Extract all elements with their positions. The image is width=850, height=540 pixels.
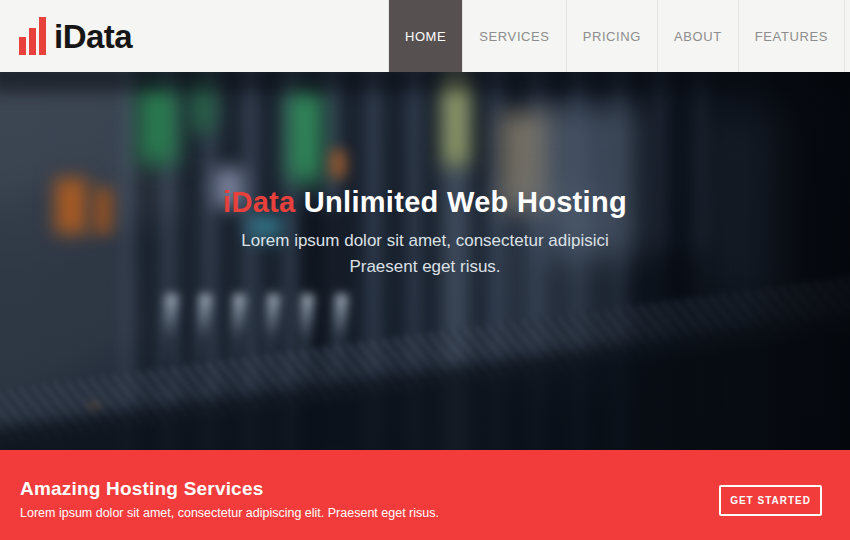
photo-knob — [159, 294, 179, 390]
hero-title-accent: iData — [223, 186, 295, 218]
photo-knob — [295, 294, 315, 390]
brand-name: iData — [54, 20, 132, 53]
nav-item-features[interactable]: FEATURES — [738, 0, 845, 72]
hero-subtitle: Lorem ipsum dolor sit amet, consectetur … — [0, 228, 850, 280]
banner-copy: Amazing Hosting Services Lorem ipsum dol… — [20, 478, 439, 520]
site-header: iData HOME SERVICES PRICING ABOUT FEATUR… — [0, 0, 850, 72]
nav-item-home[interactable]: HOME — [388, 0, 462, 72]
hero-title: iData Unlimited Web Hosting — [0, 184, 850, 220]
photo-shadow — [0, 300, 850, 450]
photo-dark-column — [645, 252, 720, 450]
cta-banner: Amazing Hosting Services Lorem ipsum dol… — [0, 450, 850, 540]
photo-knob — [227, 294, 247, 390]
bar-chart-bar — [39, 17, 46, 55]
hero-section: iData Unlimited Web Hosting Lorem ipsum … — [0, 72, 850, 450]
bar-chart-bar — [29, 28, 36, 55]
photo-knob — [261, 294, 281, 390]
hero-subtitle-line-1: Lorem ipsum dolor sit amet, consectetur … — [0, 228, 850, 254]
nav-item-pricing[interactable]: PRICING — [566, 0, 657, 72]
main-nav: HOME SERVICES PRICING ABOUT FEATURES — [388, 0, 845, 72]
nav-item-services[interactable]: SERVICES — [462, 0, 565, 72]
photo-orange-connector — [88, 402, 100, 410]
page: iData HOME SERVICES PRICING ABOUT FEATUR… — [0, 0, 850, 540]
bar-chart-icon — [19, 17, 46, 55]
hero-title-rest: Unlimited Web Hosting — [295, 186, 627, 218]
photo-cable-tray — [0, 264, 850, 449]
photo-knob — [193, 294, 213, 390]
banner-heading: Amazing Hosting Services — [20, 478, 439, 500]
hero-subtitle-line-2: Praesent eget risus. — [0, 254, 850, 280]
brand-logo[interactable]: iData — [0, 0, 132, 72]
get-started-button[interactable]: GET STARTED — [719, 485, 822, 516]
bar-chart-bar — [19, 37, 26, 55]
nav-item-about[interactable]: ABOUT — [657, 0, 738, 72]
photo-knob — [329, 294, 349, 390]
hero-content: iData Unlimited Web Hosting Lorem ipsum … — [0, 72, 850, 280]
banner-text: Lorem ipsum dolor sit amet, consectetur … — [20, 506, 439, 520]
